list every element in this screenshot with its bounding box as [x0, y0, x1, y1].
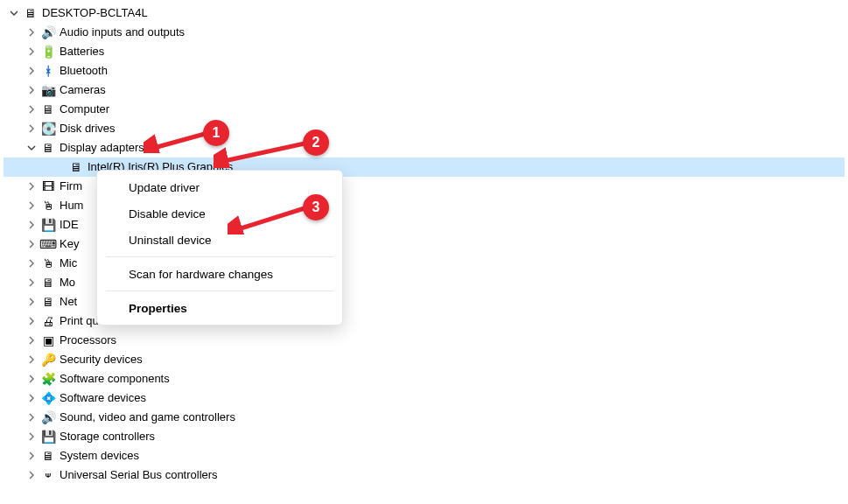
- category-label: Sound, video and game controllers: [60, 408, 235, 427]
- chevron-right-icon[interactable]: [25, 102, 39, 116]
- category-audio[interactable]: 🔊 Audio inputs and outputs: [4, 23, 844, 42]
- menu-properties[interactable]: Properties: [97, 295, 342, 321]
- tree-root-row[interactable]: 🖥 DESKTOP-BCLTA4L: [4, 4, 844, 23]
- category-label: System devices: [60, 446, 139, 466]
- category-bluetooth[interactable]: ᚼ Bluetooth: [4, 61, 844, 80]
- category-label: Processors: [60, 331, 116, 350]
- battery-icon: 🔋: [40, 44, 56, 60]
- ide-icon: 💾: [40, 217, 56, 233]
- category-batteries[interactable]: 🔋 Batteries: [4, 42, 844, 61]
- menu-separator: [106, 290, 333, 291]
- category-storage[interactable]: 💾 Storage controllers: [4, 427, 844, 446]
- printer-icon: 🖨: [40, 313, 56, 329]
- category-label: Hum: [60, 196, 83, 215]
- display-adapter-icon: 🖥: [40, 140, 56, 156]
- category-cameras[interactable]: 📷 Cameras: [4, 80, 844, 100]
- category-label: IDE: [60, 215, 79, 234]
- annotation-badge-3: 3: [303, 194, 329, 220]
- chevron-right-icon[interactable]: [25, 372, 39, 386]
- chip-icon: 🎞: [40, 178, 56, 194]
- software-icon: 💠: [40, 390, 56, 406]
- component-icon: 🧩: [40, 371, 56, 387]
- category-label: Firm: [60, 177, 82, 196]
- category-label: Audio inputs and outputs: [60, 23, 185, 42]
- system-icon: 🖥: [40, 448, 56, 464]
- gpu-icon: 🖥: [68, 159, 84, 175]
- monitor-icon: 🖥: [40, 102, 56, 117]
- annotation-badge-2: 2: [303, 130, 329, 156]
- menu-scan-hardware[interactable]: Scan for hardware changes: [97, 261, 342, 287]
- chevron-right-icon[interactable]: [25, 199, 39, 213]
- category-software-devices[interactable]: 💠 Software devices: [4, 388, 844, 408]
- category-label: Net: [60, 292, 77, 312]
- category-processors[interactable]: ▣ Processors: [4, 331, 844, 350]
- hid-icon: 🖱: [40, 198, 56, 214]
- menu-label: Disable device: [129, 207, 206, 220]
- category-label: Disk drives: [60, 119, 116, 138]
- category-usb[interactable]: Ψ Universal Serial Bus controllers: [4, 466, 844, 485]
- mouse-icon: 🖱: [40, 256, 56, 271]
- chevron-right-icon[interactable]: [25, 45, 39, 59]
- chevron-right-icon[interactable]: [25, 333, 39, 347]
- chevron-right-icon[interactable]: [25, 430, 39, 444]
- chevron-right-icon[interactable]: [25, 276, 39, 290]
- category-label: Display adapters: [60, 138, 144, 158]
- chevron-down-icon[interactable]: [7, 6, 21, 20]
- chevron-down-icon[interactable]: [25, 141, 39, 155]
- menu-label: Properties: [129, 302, 187, 315]
- category-diskdrives[interactable]: 💽 Disk drives: [4, 119, 844, 138]
- chevron-right-icon[interactable]: [25, 218, 39, 232]
- category-label: Key: [60, 234, 79, 254]
- chevron-right-icon[interactable]: [25, 83, 39, 97]
- chevron-right-icon[interactable]: [25, 449, 39, 463]
- category-label: Batteries: [60, 42, 104, 61]
- bluetooth-icon: ᚼ: [40, 63, 56, 79]
- menu-label: Scan for hardware changes: [129, 268, 273, 281]
- chevron-right-icon[interactable]: [25, 237, 39, 251]
- chevron-right-icon[interactable]: [25, 353, 39, 367]
- category-label: Universal Serial Bus controllers: [60, 466, 218, 485]
- cpu-icon: ▣: [40, 332, 56, 348]
- category-system-devices[interactable]: 🖥 System devices: [4, 446, 844, 466]
- category-label: Software devices: [60, 388, 146, 408]
- category-label: Mic: [60, 254, 77, 273]
- chevron-right-icon[interactable]: [25, 468, 39, 482]
- category-label: Bluetooth: [60, 61, 108, 80]
- annotation-badge-1: 1: [203, 120, 229, 146]
- chevron-right-icon[interactable]: [25, 64, 39, 78]
- category-label: Security devices: [60, 350, 143, 369]
- menu-update-driver[interactable]: Update driver: [97, 174, 342, 200]
- category-label: Mo: [60, 273, 75, 292]
- chevron-right-icon[interactable]: [25, 122, 39, 136]
- key-icon: 🔑: [40, 352, 56, 368]
- chevron-right-icon[interactable]: [25, 179, 39, 193]
- chevron-right-icon[interactable]: [25, 25, 39, 39]
- context-menu: Update driver Disable device Uninstall d…: [96, 170, 343, 326]
- category-software-components[interactable]: 🧩 Software components: [4, 369, 844, 388]
- computer-icon: 🖥: [23, 5, 39, 21]
- network-icon: 🖥: [40, 294, 56, 310]
- disk-icon: 💽: [40, 121, 56, 136]
- category-computer[interactable]: 🖥 Computer: [4, 100, 844, 119]
- chevron-right-icon[interactable]: [25, 256, 39, 270]
- chevron-right-icon[interactable]: [25, 314, 39, 328]
- speaker-icon: 🔊: [40, 24, 56, 40]
- category-label: Computer: [60, 100, 109, 119]
- menu-label: Uninstall device: [129, 234, 212, 247]
- monitor-icon: 🖥: [40, 275, 56, 290]
- category-display-adapters[interactable]: 🖥 Display adapters: [4, 138, 844, 158]
- category-label: Storage controllers: [60, 427, 155, 446]
- category-sound[interactable]: 🔊 Sound, video and game controllers: [4, 408, 844, 427]
- category-security-devices[interactable]: 🔑 Security devices: [4, 350, 844, 369]
- chevron-right-icon[interactable]: [25, 295, 39, 309]
- chevron-right-icon[interactable]: [25, 391, 39, 405]
- sound-icon: 🔊: [40, 410, 56, 425]
- menu-uninstall-device[interactable]: Uninstall device: [97, 227, 342, 253]
- storage-icon: 💾: [40, 429, 56, 444]
- menu-separator: [106, 256, 333, 257]
- menu-label: Update driver: [129, 181, 200, 194]
- category-label: Software components: [60, 369, 170, 388]
- camera-icon: 📷: [40, 82, 56, 98]
- chevron-right-icon[interactable]: [25, 410, 39, 424]
- keyboard-icon: ⌨: [40, 236, 56, 252]
